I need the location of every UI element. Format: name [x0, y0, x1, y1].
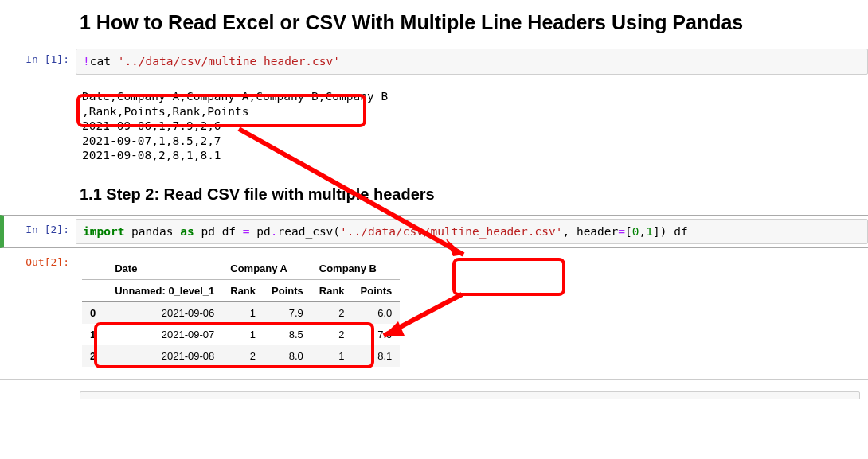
assign-op: =: [243, 225, 250, 238]
csv-line-4: 2021-09-07,1,8.5,2,7: [82, 134, 221, 147]
df-col0-l1: Unnamed: 0_level_1: [107, 280, 222, 302]
prompt-in-1: In [1]:: [0, 49, 76, 168]
cell-a-rank: 1: [222, 302, 264, 325]
var-df: df: [222, 225, 243, 238]
alias-pd: pd: [194, 225, 215, 238]
df-corner-1: [82, 280, 107, 302]
row-idx: 1: [82, 324, 107, 345]
table-row: 0 2021-09-06 1 7.9 2 6.0: [82, 302, 400, 325]
header-kw: , header: [562, 225, 618, 238]
stdout-1: Date,Company A,Company A,Company B,Compa…: [76, 75, 868, 168]
cell-date: 2021-09-06: [107, 302, 222, 325]
dataframe-table: Date Company A Company B Unnamed: 0_leve…: [82, 258, 400, 367]
page-title: 1 How to Read Excel or CSV With Multiple…: [80, 11, 868, 34]
pd-ref: pd: [250, 225, 271, 238]
read-csv-call: read_csv(: [278, 225, 341, 238]
assign-op-2: =: [618, 225, 625, 238]
row-idx: 0: [82, 302, 107, 325]
cell-date: 2021-09-07: [107, 324, 222, 345]
row-idx: 2: [82, 345, 107, 367]
df-col-b-rank: Rank: [311, 280, 353, 302]
module-pandas: pandas: [124, 225, 180, 238]
cell-date: 2021-09-08: [107, 345, 222, 367]
list-open: [: [625, 225, 632, 238]
table-row: 1 2021-09-07 1 8.5 2 7.0: [82, 324, 400, 345]
dot-op: .: [271, 225, 278, 238]
df-col-company-b: Company B: [311, 258, 401, 280]
code-cell-2: In [2]: import pandas as pd df = pd.read…: [0, 215, 868, 249]
cell-a-rank: 2: [222, 345, 264, 367]
cell-b-rank: 2: [311, 324, 353, 345]
cell-a-rank: 1: [222, 324, 264, 345]
csv-line-1: Date,Company A,Company A,Company B,Compa…: [82, 90, 388, 103]
csv-line-5: 2021-09-08,2,8,1,8.1: [82, 149, 221, 161]
cell-b-rank: 1: [311, 345, 353, 367]
prompt-in-2: In [2]:: [4, 219, 76, 245]
code-cell-1: In [1]: !cat '../data/csv/multine_header…: [0, 45, 868, 171]
cell-b-points: 8.1: [353, 345, 401, 367]
kw-as: as: [180, 225, 194, 238]
cell-a-points: 8.5: [264, 324, 311, 345]
df-col-a-points: Points: [264, 280, 311, 302]
num-1: 1: [646, 225, 653, 238]
code-input-1[interactable]: !cat '../data/csv/multine_header.csv': [76, 49, 868, 75]
kw-import: import: [83, 225, 124, 238]
section-subtitle: 1.1 Step 2: Read CSV file with multiple …: [80, 185, 868, 204]
file-path-string: '../data/csv/multine_header.csv': [118, 55, 340, 68]
cell-a-points: 8.0: [264, 345, 311, 367]
df-col-company-a: Company A: [222, 258, 311, 280]
df-col0-l0: Date: [107, 258, 222, 280]
csv-line-3: 2021-09-06,1,7.9,2,6: [82, 119, 221, 132]
df-corner-0: [82, 258, 107, 280]
list-close: ]): [653, 225, 667, 238]
cell-b-rank: 2: [311, 302, 353, 325]
code-input-2[interactable]: import pandas as pd df = pd.read_csv('..…: [76, 219, 868, 245]
df-col-a-rank: Rank: [222, 280, 264, 302]
comma: ,: [639, 225, 647, 238]
df-col-b-points: Points: [353, 280, 401, 302]
cell-b-points: 6.0: [353, 302, 401, 325]
num-0: 0: [632, 225, 639, 238]
bang-operator: !: [83, 55, 90, 68]
table-row: 2 2021-09-08 2 8.0 1 8.1: [82, 345, 400, 367]
output-cell-2: Out[2]: Date Company A Company B Unnamed…: [0, 248, 868, 376]
prompt-out-2: Out[2]:: [4, 251, 76, 373]
expr-df: df: [674, 225, 687, 238]
csv-path-arg: '../data/csv/multine_header.csv': [340, 225, 562, 238]
shell-cmd: cat: [90, 55, 118, 68]
csv-line-2: ,Rank,Points,Rank,Points: [82, 105, 249, 118]
cell-a-points: 7.9: [264, 302, 311, 325]
cell-b-points: 7.0: [353, 324, 401, 345]
